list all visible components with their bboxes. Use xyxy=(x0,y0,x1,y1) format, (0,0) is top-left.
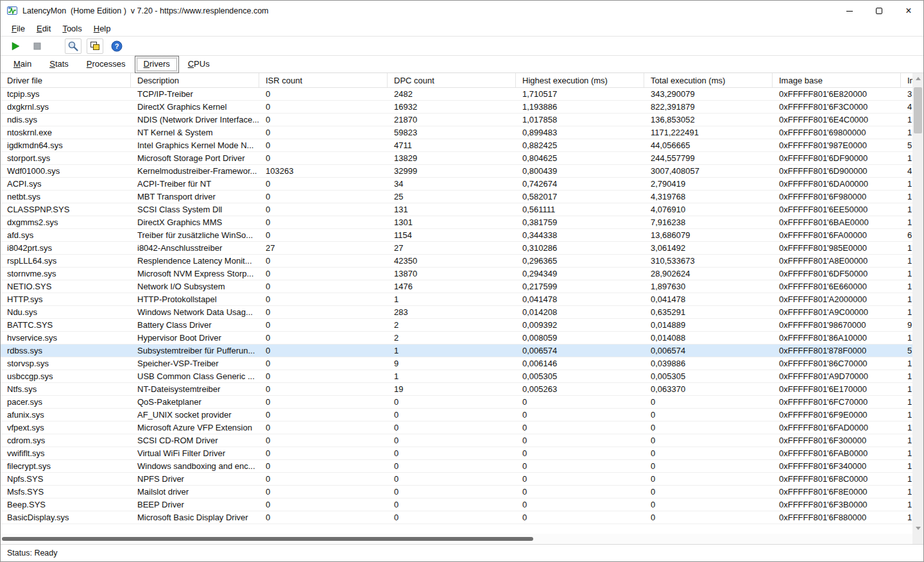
table-row[interactable]: BATTC.SYSBattery Class Driver020,0093920… xyxy=(1,319,912,332)
tab-processes[interactable]: Processes xyxy=(78,56,135,72)
table-row[interactable]: NETIO.SYSNetwork I/O Subsystem014760,217… xyxy=(1,280,912,293)
table-row[interactable]: tcpip.sysTCP/IP-Treiber024821,710517343,… xyxy=(1,88,912,101)
latencymon-window: LatencyMon (Home Edition ) v 7.20 - http… xyxy=(0,0,924,562)
column-header[interactable]: Total execution (ms) xyxy=(644,73,773,87)
table-cell: 42350 xyxy=(388,255,516,267)
table-row[interactable]: filecrypt.sysWindows sandboxing and enc.… xyxy=(1,460,912,473)
table-row[interactable]: Beep.SYSBEEP Driver00000xFFFFF801'6F3B00… xyxy=(1,498,912,511)
column-header[interactable]: ISR count xyxy=(259,73,388,87)
horizontal-scrollbar[interactable] xyxy=(1,534,912,544)
table-row[interactable]: afd.sysTreiber für zusätzliche WinSo...0… xyxy=(1,229,912,242)
table-row[interactable]: i8042prt.sysi8042-Anschlusstreiber27270,… xyxy=(1,242,912,255)
scroll-down-arrow-icon[interactable] xyxy=(912,523,923,534)
table-cell: 0 xyxy=(388,486,516,498)
table-row[interactable]: stornvme.sysMicrosoft NVM Express Storp.… xyxy=(1,268,912,280)
table-row[interactable]: dxgkrnl.sysDirectX Graphics Kernel016932… xyxy=(1,101,912,114)
menu-edit[interactable]: Edit xyxy=(31,22,56,35)
menu-help[interactable]: Help xyxy=(88,22,117,35)
table-cell: 0 xyxy=(644,460,773,472)
table-cell: 28,902624 xyxy=(644,268,773,280)
table-row[interactable]: Wdf01000.sysKernelmodustreiber-Framewor.… xyxy=(1,165,912,178)
table-row[interactable]: cdrom.sysSCSI CD-ROM Driver00000xFFFFF80… xyxy=(1,434,912,447)
table-row[interactable]: HTTP.sysHTTP-Protokollstapel010,0414780,… xyxy=(1,293,912,306)
table-cell: NT-Dateisystemtreiber xyxy=(131,383,259,395)
table-row[interactable]: Ntfs.sysNT-Dateisystemtreiber0190,005263… xyxy=(1,383,912,396)
table-row[interactable]: hvservice.sysHypervisor Boot Driver020,0… xyxy=(1,332,912,345)
table-cell: 13870 xyxy=(388,268,516,280)
status-text: Status: Ready xyxy=(7,549,58,558)
tools-icon xyxy=(67,40,79,52)
maximize-button[interactable] xyxy=(864,1,894,21)
stop-monitor-button[interactable] xyxy=(29,38,46,54)
table-cell: 1,710517 xyxy=(516,88,644,100)
table-row[interactable]: BasicDisplay.sysMicrosoft Basic Display … xyxy=(1,511,912,524)
table-cell: 0xFFFFF801'6BAE0000 xyxy=(773,216,901,228)
scroll-up-arrow-icon[interactable] xyxy=(912,73,923,84)
menu-tools[interactable]: Tools xyxy=(56,22,87,35)
column-header[interactable]: Description xyxy=(131,73,259,87)
table-row[interactable]: pacer.sysQoS-Paketplaner00000xFFFFF801'6… xyxy=(1,396,912,409)
start-monitor-button[interactable] xyxy=(7,38,24,54)
table-row[interactable]: dxgmms2.sysDirectX Graphics MMS013010,38… xyxy=(1,216,912,229)
column-header[interactable]: Driver file xyxy=(1,73,131,87)
table-cell: 0xFFFFF801'6F980000 xyxy=(773,191,901,203)
table-row[interactable]: afunix.sysAF_UNIX socket provider00000xF… xyxy=(1,409,912,422)
table-cell: NDIS (Network Driver Interface... xyxy=(131,114,259,126)
tab-main[interactable]: Main xyxy=(4,56,40,72)
table-cell: 0 xyxy=(259,383,388,395)
table-cell: HTTP-Protokollstapel xyxy=(131,293,259,305)
options-button[interactable] xyxy=(65,38,81,54)
table-cell: TCP/IP-Treiber xyxy=(131,88,259,100)
table-cell: 0 xyxy=(259,229,388,241)
table-row[interactable]: rspLLL64.sysResplendence Latency Monit..… xyxy=(1,255,912,268)
column-header[interactable]: Image base xyxy=(773,73,901,87)
tab-drivers[interactable]: Drivers xyxy=(135,56,179,73)
table-row[interactable]: storport.sysMicrosoft Storage Port Drive… xyxy=(1,152,912,165)
table-cell: 0xFFFFF801'86C70000 xyxy=(773,357,901,370)
table-row[interactable]: CLASSPNP.SYSSCSI Class System Dll01310,5… xyxy=(1,203,912,216)
minimize-icon xyxy=(846,11,853,12)
close-button[interactable]: × xyxy=(894,1,923,21)
table-row[interactable]: usbccgp.sysUSB Common Class Generic ...0… xyxy=(1,370,912,383)
table-cell: QoS-Paketplaner xyxy=(131,396,259,408)
column-header[interactable]: Image size xyxy=(901,73,912,87)
vertical-scrollbar-thumb[interactable] xyxy=(914,87,922,133)
table-cell: 1,897630 xyxy=(644,280,773,293)
table-row[interactable]: vfpext.sysMicrosoft Azure VFP Extension0… xyxy=(1,422,912,434)
vertical-scrollbar[interactable] xyxy=(912,73,923,534)
column-header[interactable]: Highest execution (ms) xyxy=(516,73,644,87)
help-button[interactable]: ? xyxy=(108,38,125,54)
table-cell: 1476 xyxy=(388,280,516,293)
table-row[interactable]: Ndu.sysWindows Network Data Usag...02830… xyxy=(1,306,912,319)
tab-cpus[interactable]: CPUs xyxy=(179,56,219,72)
table-cell: 0 xyxy=(259,306,388,318)
table-row[interactable]: Msfs.SYSMailslot driver00000xFFFFF801'6F… xyxy=(1,486,912,498)
table-cell: 27 xyxy=(388,242,516,254)
table-cell: 1 xyxy=(901,293,912,305)
table-row[interactable]: ACPI.sysACPI-Treiber für NT0340,7426742,… xyxy=(1,178,912,191)
table-cell: rdbss.sys xyxy=(1,345,131,357)
table-cell: 2482 xyxy=(388,88,516,100)
table-cell: 0xFFFFF801'6FAB0000 xyxy=(773,447,901,459)
column-header[interactable]: DPC count xyxy=(388,73,516,87)
table-cell: Virtual WiFi Filter Driver xyxy=(131,447,259,459)
table-cell: NETIO.SYS xyxy=(1,280,131,293)
table-cell: 0,006146 xyxy=(516,357,644,370)
tab-stats[interactable]: Stats xyxy=(40,56,78,72)
table-row[interactable]: rdbss.sysSubsystemtreiber für Pufferun..… xyxy=(1,345,912,357)
minimize-button[interactable] xyxy=(835,1,864,21)
menu-file[interactable]: File xyxy=(6,22,31,35)
table-row[interactable]: igdkmdn64.sysIntel Graphics Kernel Mode … xyxy=(1,139,912,152)
table-row[interactable]: vwififlt.sysVirtual WiFi Filter Driver00… xyxy=(1,447,912,460)
report-button[interactable] xyxy=(87,38,103,54)
table-row[interactable]: ntoskrnl.exeNT Kernel & System0598230,89… xyxy=(1,126,912,139)
table-cell: 0 xyxy=(259,345,388,357)
table-cell: 0 xyxy=(259,332,388,344)
table-cell: 0xFFFFF801'985E0000 xyxy=(773,242,901,254)
table-row[interactable]: netbt.sysMBT Transport driver0250,582017… xyxy=(1,191,912,203)
table-row[interactable]: Npfs.SYSNPFS Driver00000xFFFFF801'6F8C00… xyxy=(1,473,912,486)
table-cell: 1 xyxy=(901,422,912,434)
table-row[interactable]: ndis.sysNDIS (Network Driver Interface..… xyxy=(1,114,912,126)
horizontal-scrollbar-thumb[interactable] xyxy=(2,537,533,541)
table-row[interactable]: storvsp.sysSpeicher-VSP-Treiber090,00614… xyxy=(1,357,912,370)
